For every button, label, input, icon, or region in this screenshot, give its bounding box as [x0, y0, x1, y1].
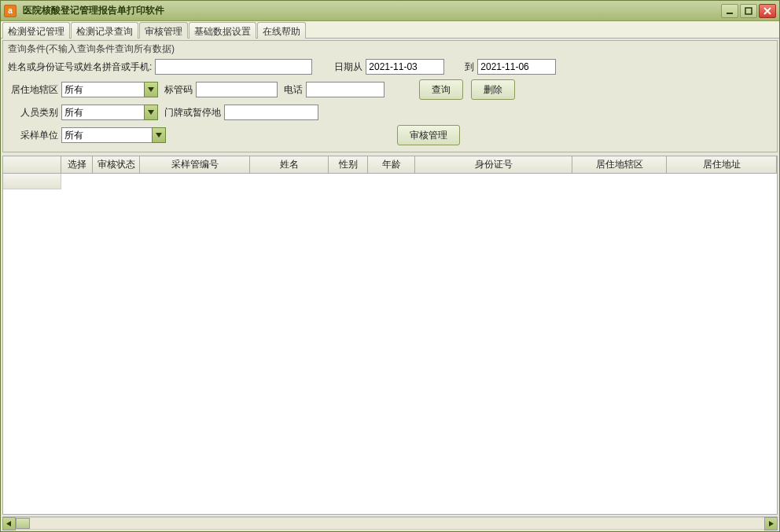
chevron-down-icon [148, 110, 154, 115]
minimize-button[interactable] [721, 4, 738, 18]
input-phone[interactable] [306, 82, 384, 97]
input-date-from[interactable] [366, 59, 444, 75]
label-date-to: 到 [465, 61, 474, 74]
label-tube-code: 标管码 [164, 83, 193, 97]
window-title: 医院核酸登记管理报告单打印软件 [23, 4, 721, 17]
scroll-right-button[interactable] [764, 517, 778, 530]
input-region[interactable] [61, 82, 144, 97]
input-name-id[interactable] [155, 59, 312, 75]
combo-person-type-button[interactable] [144, 105, 158, 120]
input-tube-code[interactable] [196, 82, 278, 97]
maximize-icon [745, 7, 752, 15]
label-date-from: 日期从 [334, 61, 362, 74]
column-header-8[interactable]: 居住地辖区 [572, 156, 667, 173]
tab-2[interactable]: 审核管理 [139, 22, 188, 39]
combo-region-button[interactable] [144, 82, 158, 97]
label-door-stop: 门牌或暂停地 [164, 106, 221, 119]
scroll-thumb[interactable] [16, 518, 30, 529]
chevron-down-icon [148, 87, 154, 92]
tab-4[interactable]: 在线帮助 [257, 22, 306, 39]
close-button[interactable] [759, 4, 776, 18]
svg-rect-0 [727, 13, 733, 14]
chevron-down-icon [156, 133, 162, 138]
input-sample-unit[interactable] [61, 127, 152, 143]
grid-header: 选择审核状态采样管编号姓名性别年龄身份证号居住地辖区居住地址 [3, 156, 777, 174]
minimize-icon [726, 7, 734, 15]
delete-button[interactable]: 删除 [471, 79, 515, 100]
maximize-button[interactable] [740, 4, 757, 18]
scroll-left-button[interactable] [2, 517, 16, 530]
titlebar: a 医院核酸登记管理报告单打印软件 [1, 1, 779, 21]
data-grid: 选择审核状态采样管编号姓名性别年龄身份证号居住地辖区居住地址 [2, 156, 778, 515]
close-icon [763, 7, 771, 15]
input-date-to[interactable] [477, 59, 556, 75]
tab-bar: 检测登记管理检测记录查询审核管理基础数据设置在线帮助 [1, 21, 779, 39]
main-window: a 医院核酸登记管理报告单打印软件 检测登记管理检测记录查询审核管理基础数据设置… [0, 0, 780, 532]
scroll-track[interactable] [16, 517, 764, 530]
arrow-left-icon [6, 521, 12, 526]
query-button[interactable]: 查询 [419, 79, 463, 100]
column-header-3[interactable]: 采样管编号 [140, 156, 250, 173]
tab-1[interactable]: 检测记录查询 [71, 22, 138, 39]
label-name-id: 姓名或身份证号或姓名拼音或手机: [8, 61, 152, 74]
label-person-type: 人员类别 [8, 106, 58, 119]
column-header-1[interactable]: 选择 [61, 156, 93, 173]
tab-0[interactable]: 检测登记管理 [2, 22, 70, 39]
query-panel: 查询条件(不输入查询条件查询所有数据) 姓名或身份证号或姓名拼音或手机: 日期从… [2, 40, 778, 152]
app-icon: a [4, 5, 17, 17]
window-controls [721, 4, 776, 18]
column-header-6[interactable]: 年龄 [368, 156, 415, 173]
query-legend: 查询条件(不输入查询条件查询所有数据) [8, 42, 772, 56]
tab-3[interactable]: 基础数据设置 [189, 22, 256, 39]
input-person-type[interactable] [61, 105, 144, 120]
combo-sample-unit[interactable] [61, 127, 166, 143]
label-region: 居住地辖区 [8, 83, 58, 97]
column-header-0[interactable] [3, 156, 61, 173]
audit-manage-button[interactable]: 审核管理 [397, 125, 460, 145]
horizontal-scrollbar[interactable] [2, 516, 778, 530]
column-header-7[interactable]: 身份证号 [415, 156, 572, 173]
label-sample-unit: 采样单位 [8, 129, 58, 142]
column-header-5[interactable]: 性别 [329, 156, 368, 173]
column-header-2[interactable]: 审核状态 [93, 156, 140, 173]
label-phone: 电话 [284, 83, 303, 97]
column-header-9[interactable]: 居住地址 [667, 156, 777, 173]
column-header-4[interactable]: 姓名 [250, 156, 329, 173]
svg-rect-1 [745, 8, 752, 14]
arrow-right-icon [768, 521, 774, 526]
combo-person-type[interactable] [61, 105, 158, 120]
combo-sample-unit-button[interactable] [152, 127, 166, 143]
combo-region[interactable] [61, 82, 158, 97]
grid-body [3, 174, 777, 514]
row-marker [3, 174, 61, 189]
input-door-stop[interactable] [224, 105, 318, 120]
